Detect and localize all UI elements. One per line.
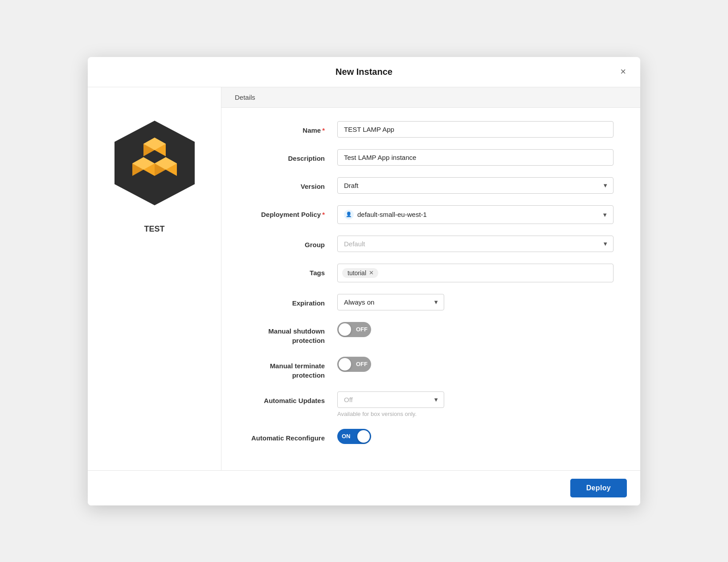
name-input[interactable]	[337, 121, 613, 138]
manual-terminate-label: Manual terminate protection	[239, 357, 337, 380]
version-control: Draft 1.0 2.0 ▼	[337, 177, 613, 194]
toggle-on-label: ON	[342, 433, 351, 440]
manual-terminate-control: OFF	[337, 357, 613, 372]
version-select-wrap: Draft 1.0 2.0 ▼	[337, 177, 613, 194]
manual-shutdown-control: OFF	[337, 322, 613, 337]
app-sidebar: TEST	[88, 87, 221, 470]
app-hex-icon	[108, 116, 201, 210]
description-input[interactable]	[337, 149, 613, 166]
description-label: Description	[239, 149, 337, 163]
toggle-off-label-2: OFF	[356, 361, 368, 367]
svg-marker-0	[115, 121, 195, 205]
version-label: Version	[239, 177, 337, 191]
auto-updates-row: Automatic Updates Off On ▼ Available for…	[239, 391, 613, 417]
version-row: Version Draft 1.0 2.0 ▼	[239, 177, 613, 194]
toggle-knob	[339, 323, 351, 336]
auto-reconfigure-control: ON	[337, 429, 613, 444]
app-icon-container	[106, 114, 204, 212]
app-name-label: TEST	[144, 224, 164, 234]
manual-shutdown-label: Manual shutdown protection	[239, 322, 337, 345]
name-control	[337, 121, 613, 138]
group-control: Default Group A Group B ▼	[337, 236, 613, 252]
version-select[interactable]: Draft 1.0 2.0	[337, 177, 613, 194]
auto-reconfigure-row: Automatic Reconfigure ON	[239, 429, 613, 444]
expiration-select-wrap: Always on 1 hour 4 hours 8 hours 1 day ▼	[337, 294, 444, 310]
tags-control: tutorial ✕	[337, 264, 613, 282]
expiration-label: Expiration	[239, 294, 337, 308]
modal-body: TEST Details Name* Description	[88, 87, 640, 470]
tag-remove-button[interactable]: ✕	[369, 270, 374, 276]
auto-updates-select-wrap: Off On ▼	[337, 391, 444, 408]
auto-updates-label: Automatic Updates	[239, 391, 337, 405]
group-label: Group	[239, 236, 337, 249]
deployment-policy-select[interactable]: default-small-eu-west-1 default-medium-e…	[357, 211, 607, 218]
name-row: Name*	[239, 121, 613, 138]
deploy-button[interactable]: Deploy	[570, 479, 627, 497]
description-control	[337, 149, 613, 166]
name-label: Name*	[239, 121, 337, 135]
tags-input-area[interactable]: tutorial ✕	[337, 264, 613, 282]
toggle-off-label: OFF	[356, 326, 368, 333]
auto-updates-control: Off On ▼ Available for box versions only…	[337, 391, 613, 417]
tag-chip-tutorial: tutorial ✕	[342, 268, 378, 278]
deployment-row: Deployment Policy* 👤 default-small-eu-we…	[239, 205, 613, 224]
section-header: Details	[221, 87, 640, 108]
modal-title: New Instance	[335, 67, 393, 77]
group-select-wrap: Default Group A Group B ▼	[337, 236, 613, 252]
toggle-knob-3	[357, 430, 370, 443]
deployment-required-star: *	[322, 211, 325, 218]
deployment-control: 👤 default-small-eu-west-1 default-medium…	[337, 205, 613, 224]
modal-header: New Instance ×	[88, 57, 640, 87]
name-required-star: *	[322, 126, 325, 134]
close-button[interactable]: ×	[617, 65, 630, 78]
deployment-policy-icon: 👤	[344, 210, 354, 220]
auto-updates-helper-text: Available for box versions only.	[337, 411, 613, 417]
tags-row: Tags tutorial ✕	[239, 264, 613, 282]
tags-label: Tags	[239, 264, 337, 277]
form-area: Name* Description Version	[221, 108, 640, 469]
new-instance-modal: New Instance ×	[88, 57, 640, 505]
group-select[interactable]: Default Group A Group B	[337, 236, 613, 252]
manual-terminate-row: Manual terminate protection OFF	[239, 357, 613, 380]
manual-terminate-toggle[interactable]: OFF	[337, 357, 371, 372]
modal-footer: Deploy	[88, 470, 640, 505]
toggle-knob-2	[339, 358, 351, 371]
expiration-control: Always on 1 hour 4 hours 8 hours 1 day ▼	[337, 294, 613, 310]
manual-shutdown-toggle[interactable]: OFF	[337, 322, 371, 337]
tag-label: tutorial	[348, 269, 366, 277]
manual-shutdown-row: Manual shutdown protection OFF	[239, 322, 613, 345]
auto-reconfigure-label: Automatic Reconfigure	[239, 429, 337, 443]
auto-reconfigure-toggle[interactable]: ON	[337, 429, 371, 444]
deployment-label: Deployment Policy*	[239, 205, 337, 219]
deployment-select-container: 👤 default-small-eu-west-1 default-medium…	[337, 205, 613, 224]
expiration-row: Expiration Always on 1 hour 4 hours 8 ho…	[239, 294, 613, 310]
description-row: Description	[239, 149, 613, 166]
form-content: Details Name* Description	[221, 87, 640, 470]
auto-updates-select[interactable]: Off On	[337, 391, 444, 408]
expiration-select[interactable]: Always on 1 hour 4 hours 8 hours 1 day	[337, 294, 444, 310]
group-row: Group Default Group A Group B ▼	[239, 236, 613, 252]
